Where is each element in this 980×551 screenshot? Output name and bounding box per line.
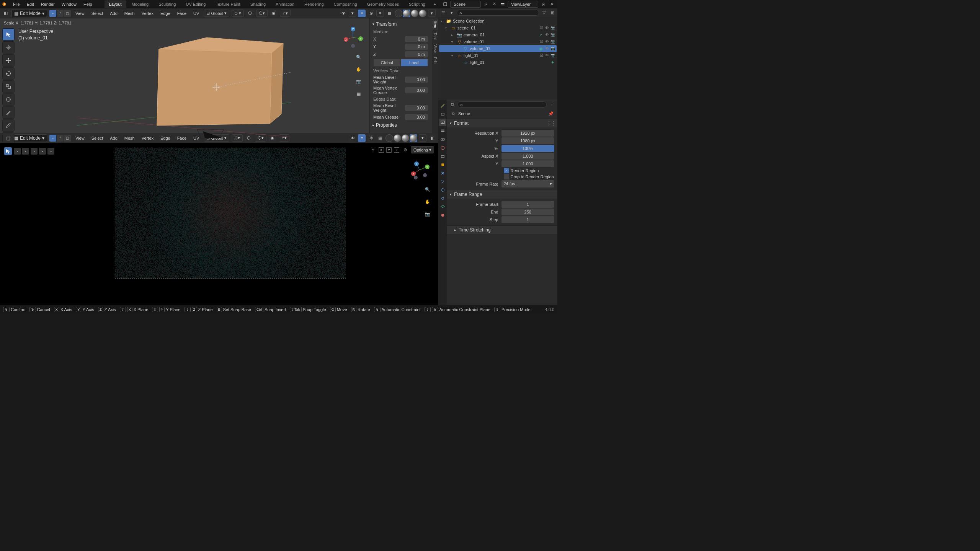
rendered-shading-icon[interactable] [419, 10, 426, 17]
ws-tab-scripting[interactable]: Scripting [404, 0, 430, 8]
orientation-dropdown[interactable]: ⊞Global▾ [204, 10, 229, 17]
prop-tab-object[interactable] [439, 161, 446, 168]
median-y-field[interactable]: 0 m [405, 44, 428, 50]
viewport1-canvas[interactable]: Scale X: 1.7781 Y: 1.7781 Z: 1.7781 User… [0, 18, 369, 133]
rendered-shading-icon[interactable] [410, 134, 417, 142]
zoom-icon[interactable]: 🔍 [354, 53, 363, 61]
menu-render[interactable]: Render [38, 0, 58, 8]
matprev-shading-icon[interactable] [402, 134, 409, 142]
prop-tab-output[interactable] [439, 119, 446, 126]
filter-icon[interactable]: ▽ [541, 9, 547, 16]
gizmo-dropdown[interactable]: ▾ [349, 10, 356, 17]
overlay-toggle-2[interactable]: ⊚ [367, 134, 375, 142]
vp-menu-face[interactable]: Face [175, 10, 189, 17]
mbe-field[interactable]: 0.00 [405, 105, 428, 111]
wireframe-shading-icon[interactable] [385, 134, 393, 142]
render-icon[interactable]: 📷 [550, 39, 555, 44]
viewport2-canvas[interactable]: ▪ ▪ ▪ ▪ ▪ ✧ X Y Z ⊕ Options ▾ [0, 143, 438, 305]
exclude-icon[interactable]: ☑ [540, 26, 544, 30]
prop-tab-physics[interactable] [439, 186, 446, 194]
ol-light01-obj[interactable]: ▾☼ light_01 ☑👁📷 [439, 52, 557, 59]
rotate-tool[interactable] [2, 67, 15, 80]
axis-z-toggle[interactable]: Z [394, 147, 399, 153]
mbw-field[interactable]: 0.00 [405, 77, 428, 83]
panel-options-icon[interactable]: ⋮⋮ [547, 121, 554, 126]
xray-toggle-2[interactable]: ▦ [376, 134, 384, 142]
pan-icon[interactable]: ✋ [423, 197, 432, 206]
ws-tab-rendering[interactable]: Rendering [300, 0, 328, 8]
mode-dropdown-2[interactable]: ▦Edit Mode▾ [11, 134, 47, 142]
scene-del-icon[interactable]: ✕ [491, 1, 498, 8]
measure-tool[interactable] [2, 119, 15, 132]
scene-new-icon[interactable]: ⎘ [482, 1, 489, 8]
ws-tab-layout[interactable]: Layout [105, 0, 126, 8]
menu-edit[interactable]: Edit [24, 0, 37, 8]
n-tab-edit[interactable]: Edit [432, 55, 438, 66]
vp-menu-edge[interactable]: Edge [158, 10, 173, 17]
ws-tab-shading[interactable]: Shading [246, 0, 270, 8]
prop-tab-constraint[interactable] [439, 194, 446, 202]
eye-icon[interactable]: 👁 [545, 33, 550, 37]
eye-icon[interactable]: 👁 [545, 39, 550, 44]
ws-tab-texturepaint[interactable]: Texture Paint [211, 0, 245, 8]
shading-dropdown-2[interactable]: ▾ [419, 134, 426, 142]
select-tool-2[interactable] [4, 147, 12, 155]
prop-edit-dropdown[interactable]: ∩▾ [280, 10, 291, 17]
pan-icon[interactable]: ✋ [354, 65, 363, 73]
snap-dropdown[interactable]: ⬡▾ [256, 10, 268, 17]
prop-tab-tool[interactable] [439, 102, 446, 109]
exclude-icon[interactable]: ☑ [540, 39, 544, 44]
prop-type-icon[interactable]: ⛭ [449, 101, 456, 108]
prop-tab-modifier[interactable] [439, 169, 446, 177]
median-z-field[interactable]: 0 m [405, 51, 428, 57]
sel-row-2a[interactable]: ▪ [14, 148, 21, 155]
ol-volume01-data[interactable]: ▽ volume_01 ◉ 👁📷 [439, 45, 557, 52]
format-header[interactable]: Format⋮⋮ [447, 119, 557, 127]
display-mode-icon[interactable]: ▾ [448, 9, 455, 16]
nav-gizmo[interactable]: Z Y X [341, 26, 364, 49]
median-x-field[interactable]: 0 m [405, 36, 428, 42]
render-icon[interactable]: 📷 [550, 33, 555, 37]
viewlayer-icon[interactable] [499, 1, 506, 8]
face-select-icon[interactable]: ▢ [64, 135, 71, 142]
prop-edit-toggle[interactable]: ◉ [270, 10, 278, 17]
ol-light01-data[interactable]: ☼ light_01 ✦ [439, 59, 557, 66]
ws-tab-uvediting[interactable]: UV Editing [181, 0, 210, 8]
cursor-tool[interactable] [2, 41, 15, 54]
menu-window[interactable]: Window [59, 0, 80, 8]
face-select-icon[interactable]: ▢ [64, 10, 71, 17]
vp-menu-mesh[interactable]: Mesh [122, 10, 137, 17]
sel-row-2c[interactable]: ▪ [31, 148, 38, 155]
outliner-search[interactable]: ⌕ [457, 10, 539, 16]
scene-icon[interactable] [442, 1, 449, 8]
wireframe-shading-icon[interactable] [395, 10, 402, 17]
ws-tab-sculpting[interactable]: Sculpting [154, 0, 180, 8]
solid-shading-icon[interactable] [394, 134, 401, 142]
axis-y-toggle[interactable]: Y [386, 147, 392, 153]
camera-view-icon[interactable]: 📷 [354, 77, 363, 86]
ol-camera01[interactable]: ▸📷 camera_01 ▿ 👁📷 [439, 31, 557, 38]
frame-start-field[interactable]: 1 [501, 201, 555, 208]
ws-add-button[interactable]: + [431, 0, 439, 8]
sel-row-2b[interactable]: ▪ [22, 148, 29, 155]
mirror-icon[interactable]: ✧ [369, 147, 376, 153]
camera-view-icon[interactable]: 📷 [423, 210, 432, 218]
mesh-visibility-icon-2[interactable]: 👁 [349, 134, 356, 142]
outliner-type-icon[interactable]: ☰ [440, 9, 447, 16]
vp-menu-vertex[interactable]: Vertex [139, 10, 156, 17]
ol-collection-scene01[interactable]: ▾▭ scene_01 ☑👁📷 [439, 24, 557, 31]
snap-toggle[interactable]: ⬡ [246, 10, 254, 17]
axis-x-toggle[interactable]: X [379, 147, 384, 153]
aspect-y-field[interactable]: 1.000 [501, 160, 555, 167]
crop-region-check[interactable] [504, 174, 509, 179]
sel-row-2e[interactable]: ▪ [47, 148, 54, 155]
pause-render-icon[interactable]: ⏸ [428, 134, 436, 142]
automerge-icon[interactable]: ⊕ [402, 147, 408, 153]
prop-search[interactable]: ⌕ [457, 101, 547, 108]
menu-file[interactable]: File [10, 0, 23, 8]
ws-tab-geonodes[interactable]: Geometry Nodes [363, 0, 403, 8]
overlay-dropdown[interactable]: ▾ [376, 10, 384, 17]
exclude-icon[interactable]: ☑ [540, 53, 544, 58]
vertex-select-icon[interactable]: ▪ [49, 10, 56, 17]
select-tool[interactable] [2, 28, 15, 41]
